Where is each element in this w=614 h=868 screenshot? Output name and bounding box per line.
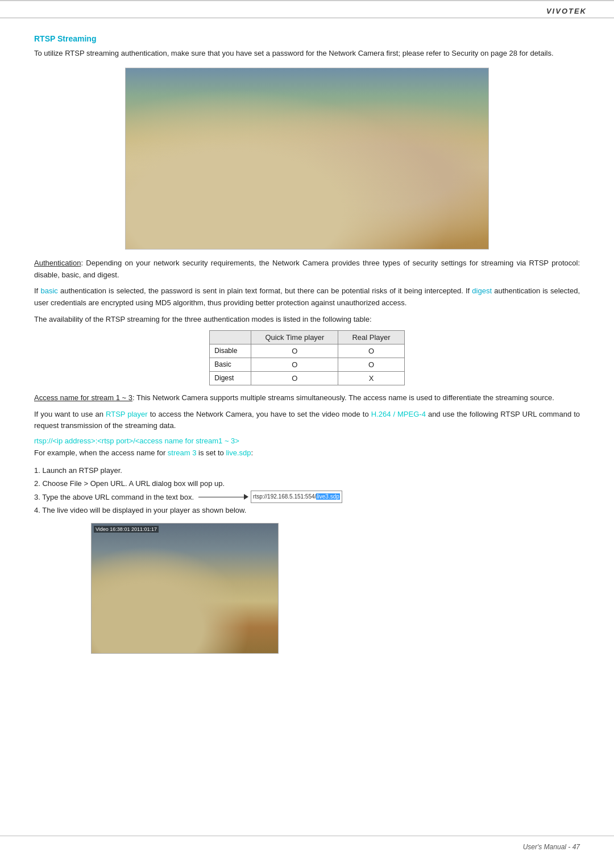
arrow-line xyxy=(198,497,244,497)
example-mid: is set to xyxy=(196,448,226,457)
table-row: DisableOO xyxy=(210,344,404,358)
table-row: BasicOO xyxy=(210,358,404,371)
video-timestamp: Video 16:38:01 2011:01:17 xyxy=(94,526,159,533)
page-header: VIVOTEK xyxy=(0,3,614,18)
table-header-empty xyxy=(210,330,251,344)
auth-para2: If basic authentication is selected, the… xyxy=(34,285,580,309)
table-cell-quicktime: O xyxy=(251,371,338,385)
basic-link: basic xyxy=(40,286,57,295)
auth-para2-prefix: If xyxy=(34,286,40,295)
table-cell-label: Digest xyxy=(210,371,251,385)
example-end: : xyxy=(251,448,254,457)
auth-text1: : Depending on your network security req… xyxy=(34,259,580,279)
main-content: RTSP Streaming To utilize RTSP streaming… xyxy=(0,18,614,693)
url-badge: rtsp://192.168.5.151:554/live3.sdp xyxy=(251,491,342,503)
room-image-inner xyxy=(126,68,488,249)
rtsp-player-link: RTSP player xyxy=(106,410,148,418)
availability-table: Quick Time player Real Player DisableOOB… xyxy=(209,330,404,385)
arrow-head xyxy=(244,494,248,500)
step-3-line: 3. Type the above URL command in the tex… xyxy=(34,491,580,504)
footer-divider xyxy=(0,836,614,836)
digest-link: digest xyxy=(472,286,492,295)
live-image-inner xyxy=(92,524,278,653)
page-container: VIVOTEK RTSP Streaming To utilize RTSP s… xyxy=(0,0,614,868)
intro-para: To utilize RTSP streaming authentication… xyxy=(34,48,580,60)
access-heading: Access name for stream 1 ~ 3 xyxy=(34,393,132,402)
auth-heading-term: Authentication xyxy=(34,259,81,267)
live-video-image: Video 16:38:01 2011:01:17 xyxy=(91,523,279,654)
access-para2-mid: to access the Network Camera, you have t… xyxy=(148,410,371,418)
h264-link: H.264 / MPEG-4 xyxy=(371,410,426,418)
section-title: RTSP Streaming xyxy=(34,34,580,43)
table-row: DigestOX xyxy=(210,371,404,385)
auth-table-intro: The availability of the RTSP streaming f… xyxy=(34,314,580,326)
table-cell-quicktime: O xyxy=(251,358,338,371)
room-image xyxy=(125,68,489,250)
page-footer: User's Manual - 47 xyxy=(523,843,580,851)
auth-para1: Authentication: Depending on your networ… xyxy=(34,258,580,281)
table-cell-realplayer: O xyxy=(338,344,404,358)
step-2: 2. Choose File > Open URL. A URL dialog … xyxy=(34,477,580,490)
livesdp-link: live.sdp xyxy=(226,448,251,457)
url-command: rtsp://<ip address>:<rtsp port>/<access … xyxy=(34,437,580,445)
stream3-link: stream 3 xyxy=(168,448,197,457)
table-cell-realplayer: O xyxy=(338,358,404,371)
table-header-quicktime: Quick Time player xyxy=(251,330,338,344)
table-cell-quicktime: O xyxy=(251,344,338,358)
url-arrow-area: rtsp://192.168.5.151:554/live3.sdp xyxy=(198,491,342,503)
access-para2-prefix: If you want to use an xyxy=(34,410,106,418)
example-prefix: For example, when the access name for xyxy=(34,448,168,457)
step-1: 1. Launch an RTSP player. xyxy=(34,464,580,477)
table-cell-realplayer: X xyxy=(338,371,404,385)
auth-para2-mid: authentication is selected, the password… xyxy=(58,286,472,295)
step-4: 4. The live video will be displayed in y… xyxy=(34,504,580,517)
access-para2: If you want to use an RTSP player to acc… xyxy=(34,409,580,433)
table-header-realplayer: Real Player xyxy=(338,330,404,344)
table-cell-label: Basic xyxy=(210,358,251,371)
steps-list: 1. Launch an RTSP player.2. Choose File … xyxy=(34,464,580,517)
url-highlight: live3.sdp xyxy=(316,493,339,500)
access-para1: Access name for stream 1 ~ 3: This Netwo… xyxy=(34,392,580,404)
step-3: 3. Type the above URL command in the tex… xyxy=(34,491,580,504)
brand-name: VIVOTEK xyxy=(546,7,587,15)
access-text1: : This Network Camera supports multiple … xyxy=(132,393,554,402)
top-border xyxy=(0,0,614,1)
step-3-text: 3. Type the above URL command in the tex… xyxy=(34,491,194,504)
example-para: For example, when the access name for st… xyxy=(34,447,580,459)
table-cell-label: Disable xyxy=(210,344,251,358)
